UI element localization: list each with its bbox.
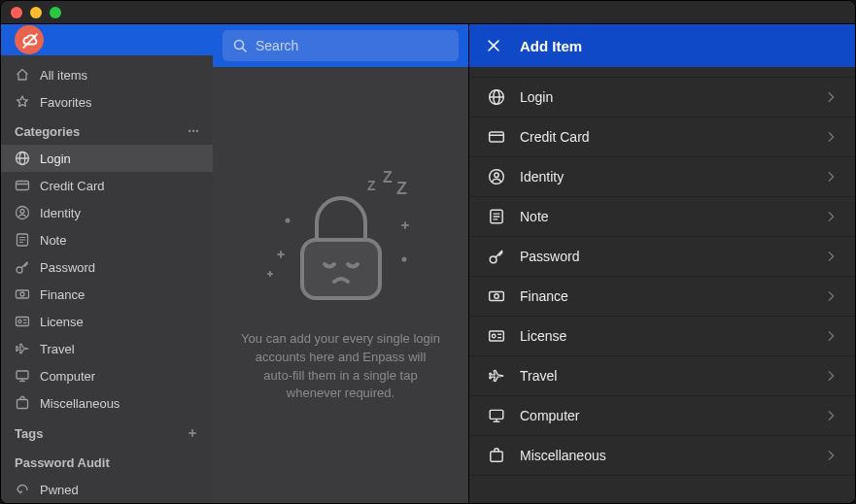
- pwned-icon: [15, 482, 30, 497]
- svg-rect-25: [302, 240, 380, 298]
- window-maximize-button[interactable]: [50, 7, 61, 18]
- panel-list: Login Credit Card Identity Note: [469, 67, 855, 503]
- sidebar-item-misc[interactable]: Miscellaneous: [1, 389, 213, 417]
- sidebar-item-note[interactable]: Note: [1, 226, 213, 253]
- panel-item-label: Password: [520, 249, 579, 264]
- sleeping-lock-icon: Z Z Z: [258, 167, 424, 313]
- identity-icon: [487, 167, 506, 186]
- add-item-computer[interactable]: Computer: [469, 396, 855, 436]
- globe-icon: [15, 151, 30, 166]
- note-icon: [487, 207, 506, 226]
- globe-icon: [487, 87, 506, 107]
- sidebar-header-tags: Tags ＋: [1, 417, 213, 448]
- item-list-pane: Z Z Z You can add your every single logi…: [213, 24, 468, 503]
- add-tag-icon[interactable]: ＋: [186, 424, 199, 442]
- panel-close-button[interactable]: [485, 37, 502, 54]
- sidebar-item-label: Identity: [40, 206, 81, 220]
- panel-header: Add Item: [469, 24, 855, 67]
- sidebar-item-credit-card[interactable]: Credit Card: [1, 172, 213, 199]
- svg-point-30: [286, 218, 289, 221]
- briefcase-icon: [487, 446, 506, 465]
- chevron-right-icon: [824, 409, 838, 422]
- empty-state-message: You can add your every single login acco…: [240, 330, 441, 403]
- add-item-panel: Add Item Login Credit Card Identity: [468, 24, 855, 503]
- panel-item-label: Login: [520, 89, 553, 105]
- home-icon: [15, 67, 30, 83]
- panel-item-label: Note: [520, 209, 549, 224]
- chevron-right-icon: [824, 90, 838, 104]
- add-item-password[interactable]: Password: [469, 237, 855, 277]
- sidebar-item-label: Password: [40, 260, 95, 275]
- sidebar-item-label: Miscellaneous: [40, 396, 120, 411]
- svg-text:Z: Z: [383, 169, 393, 185]
- sidebar-item-label: License: [40, 315, 84, 329]
- sidebar-item-label: Pwned: [40, 483, 79, 497]
- sidebar-item-favorites[interactable]: Favorites: [1, 88, 213, 116]
- chevron-right-icon: [824, 369, 838, 383]
- panel-item-label: Miscellaneous: [520, 448, 606, 463]
- sidebar-item-label: Favorites: [40, 95, 91, 110]
- add-item-credit-card[interactable]: Credit Card: [469, 118, 855, 157]
- titlebar: [1, 1, 855, 24]
- chevron-right-icon: [824, 289, 838, 303]
- sidebar-item-label: Computer: [40, 369, 95, 384]
- chevron-right-icon: [824, 130, 838, 144]
- chevron-right-icon: [824, 170, 838, 184]
- svg-text:Z: Z: [396, 179, 407, 198]
- categories-more-icon[interactable]: ···: [188, 123, 199, 139]
- chevron-right-icon: [824, 210, 838, 223]
- add-item-travel[interactable]: Travel: [469, 356, 855, 396]
- add-item-note[interactable]: Note: [469, 197, 855, 237]
- add-item-identity[interactable]: Identity: [469, 157, 855, 197]
- toolbar: [213, 24, 468, 67]
- card-icon: [487, 127, 506, 147]
- panel-item-label: Computer: [520, 408, 579, 423]
- sidebar-item-label: Login: [40, 151, 71, 166]
- search-icon: [232, 38, 248, 53]
- search-field[interactable]: [223, 30, 459, 61]
- sidebar-item-all-items[interactable]: All items: [1, 61, 213, 88]
- add-item-finance[interactable]: Finance: [469, 277, 855, 317]
- chevron-right-icon: [824, 250, 838, 263]
- sidebar-item-label: Finance: [40, 287, 85, 302]
- window-close-button[interactable]: [11, 7, 22, 18]
- add-item-misc[interactable]: Miscellaneous: [469, 436, 855, 476]
- sidebar-item-pwned[interactable]: Pwned: [1, 476, 213, 503]
- sidebar-item-password[interactable]: Password: [1, 253, 213, 281]
- license-icon: [487, 326, 506, 346]
- key-icon: [15, 259, 30, 275]
- sidebar-item-login[interactable]: Login: [1, 145, 213, 172]
- sidebar-item-identity[interactable]: Identity: [1, 199, 213, 226]
- chevron-right-icon: [824, 449, 838, 462]
- search-input[interactable]: [256, 38, 449, 53]
- sidebar-item-label: Credit Card: [40, 179, 104, 193]
- sidebar-item-label: Note: [40, 233, 66, 248]
- panel-item-label: Finance: [520, 288, 568, 304]
- plane-icon: [487, 366, 506, 386]
- add-item-license[interactable]: License: [469, 317, 855, 356]
- window-minimize-button[interactable]: [30, 7, 42, 18]
- empty-state: Z Z Z You can add your every single logi…: [213, 67, 468, 503]
- app-window: All items Favorites Categories ··· Login…: [0, 0, 856, 504]
- sidebar-header-audit: Password Audit: [1, 448, 213, 476]
- sync-status-icon[interactable]: [15, 25, 44, 54]
- close-icon: [486, 38, 501, 53]
- plane-icon: [15, 341, 30, 356]
- finance-icon: [15, 286, 30, 302]
- sidebar-header: [1, 24, 213, 55]
- panel-item-label: Identity: [520, 169, 564, 185]
- briefcase-icon: [15, 395, 30, 411]
- sidebar-item-label: Travel: [40, 342, 75, 356]
- star-icon: [15, 94, 30, 110]
- sidebar-item-travel[interactable]: Travel: [1, 335, 213, 362]
- computer-icon: [15, 368, 30, 384]
- chevron-right-icon: [824, 329, 838, 343]
- identity-icon: [15, 205, 30, 220]
- sidebar-item-license[interactable]: License: [1, 308, 213, 335]
- sidebar: All items Favorites Categories ··· Login…: [1, 24, 213, 503]
- sidebar-item-computer[interactable]: Computer: [1, 362, 213, 389]
- svg-point-29: [402, 257, 405, 260]
- add-item-login[interactable]: Login: [469, 77, 855, 118]
- sidebar-item-label: All items: [40, 68, 87, 83]
- sidebar-item-finance[interactable]: Finance: [1, 281, 213, 308]
